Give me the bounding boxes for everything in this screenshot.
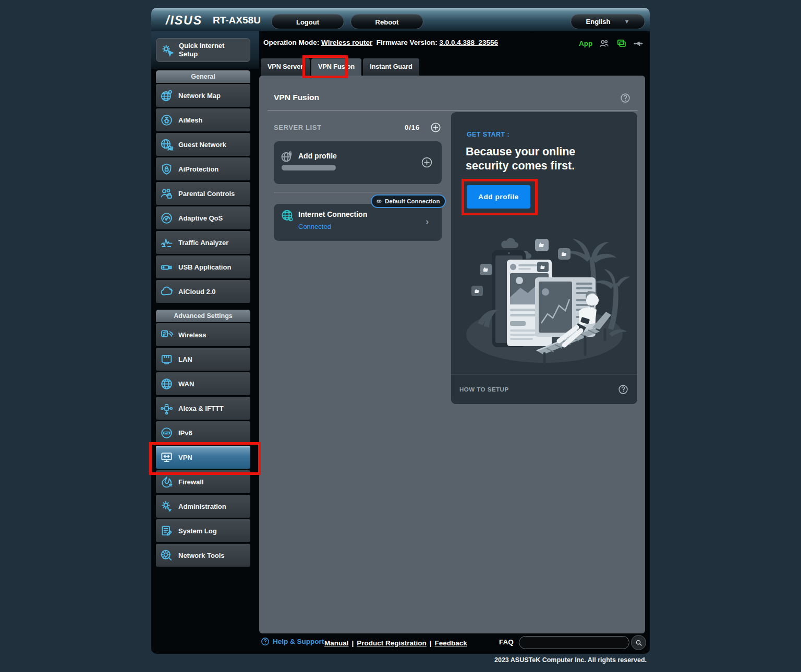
sidebar-item-label: Wireless: [178, 331, 206, 339]
network-tools-icon: [160, 548, 174, 563]
add-profile-plus-icon[interactable]: [420, 156, 433, 169]
profile-placeholder-bar: [282, 165, 336, 170]
sidebar-item-lan[interactable]: LAN: [156, 348, 250, 371]
vpn-tabs: VPN ServerVPN FusionInstant Guard: [261, 58, 419, 76]
page-title: VPN Fusion: [274, 93, 319, 102]
traffic-analyzer-icon: [160, 236, 174, 250]
search-icon: [635, 639, 643, 647]
sidebar-item-label: Adaptive QoS: [178, 214, 223, 222]
model-name: RT-AX58U: [213, 15, 261, 26]
sidebar-item-traffic-analyzer[interactable]: Traffic Analyzer: [156, 231, 250, 254]
add-profile-button[interactable]: Add profile: [467, 185, 530, 209]
sidebar-item-label: Administration: [178, 503, 226, 510]
firmware-version-link[interactable]: 3.0.0.4.388_23556: [440, 39, 499, 46]
sidebar-item-usb-application[interactable]: USB Application: [156, 255, 250, 278]
wan-icon: [160, 377, 174, 391]
get-start-kicker: GET START :: [467, 131, 509, 138]
aiprotection-icon: [160, 162, 174, 176]
footer-link-product-registration[interactable]: Product Registration: [357, 639, 427, 647]
app-link[interactable]: App: [579, 40, 592, 47]
sidebar-section-general: General: [156, 70, 250, 83]
sidebar-item-ipv6[interactable]: IPV6IPv6: [156, 421, 250, 444]
sidebar-item-label: Guest Network: [178, 141, 226, 149]
sidebar-item-label: Network Map: [178, 92, 221, 100]
sidebar-item-administration[interactable]: Administration: [156, 495, 250, 518]
sidebar-item-vpn[interactable]: VPN: [156, 446, 250, 469]
quick-setup-icon: [161, 43, 175, 57]
profile-globe-lock-icon: [280, 150, 294, 164]
svg-text:IPV6: IPV6: [164, 431, 169, 434]
chevron-right-icon[interactable]: ›: [426, 216, 429, 227]
logout-button[interactable]: Logout: [271, 14, 344, 29]
quick-setup-label: Quick Internet Setup: [179, 42, 224, 58]
reboot-button[interactable]: Reboot: [350, 14, 423, 29]
get-start-headline: Because your online security comes first…: [466, 145, 575, 173]
sidebar-item-wireless[interactable]: Wireless: [156, 323, 250, 346]
sidebar-item-adaptive-qos[interactable]: Adaptive QoS: [156, 206, 250, 229]
footer-link-feedback[interactable]: Feedback: [435, 639, 467, 647]
how-to-setup-help-icon[interactable]: [617, 384, 629, 395]
tab-vpn-fusion[interactable]: VPN Fusion: [311, 58, 361, 76]
sidebar-item-label: VPN: [178, 454, 192, 461]
add-profile-card[interactable]: [274, 141, 442, 184]
footer-link-manual[interactable]: Manual: [324, 639, 349, 647]
sidebar-item-wan[interactable]: WAN: [156, 372, 250, 395]
aicloud-icon: [160, 285, 174, 299]
clients-icon[interactable]: [599, 38, 610, 49]
sidebar-item-aiprotection[interactable]: AiProtection: [156, 157, 250, 180]
footer-links: Manual|Product Registration|Feedback: [324, 638, 467, 647]
page-help-icon[interactable]: [620, 92, 631, 104]
faq-search-button[interactable]: [631, 635, 646, 650]
firewall-icon: [160, 475, 174, 489]
tab-vpn-server[interactable]: VPN Server: [261, 58, 310, 76]
faq-search-input[interactable]: [519, 636, 629, 649]
sidebar-item-guest-network[interactable]: Guest Network: [156, 133, 250, 156]
add-server-plus-icon[interactable]: [430, 121, 442, 133]
add-profile-card-label: Add profile: [298, 152, 337, 160]
usb-status-icon[interactable]: [633, 38, 644, 49]
sidebar-item-label: Parental Controls: [178, 190, 235, 198]
sidebar-item-label: Network Tools: [178, 552, 225, 559]
network-map-icon: [160, 89, 174, 103]
how-to-setup-label: HOW TO SETUP: [459, 386, 509, 393]
chevron-down-icon: ▼: [624, 14, 630, 29]
server-list-label: SERVER LIST: [274, 124, 322, 131]
usb-application-icon: [160, 260, 174, 274]
parental-controls-icon: [160, 187, 174, 201]
operation-mode-label: Operation Mode:: [263, 39, 319, 46]
faq-label: FAQ: [499, 638, 514, 646]
quick-internet-setup-button[interactable]: Quick Internet Setup: [156, 38, 250, 62]
sidebar-item-alexa-ifttt[interactable]: Alexa & IFTTT: [156, 397, 250, 420]
sidebar-item-aimesh[interactable]: AiMesh: [156, 108, 250, 131]
operation-mode-link[interactable]: Wireless router: [321, 39, 372, 46]
sidebar-item-label: System Log: [178, 527, 217, 535]
tab-instant-guard[interactable]: Instant Guard: [363, 58, 419, 76]
sidebar-item-network-map[interactable]: Network Map: [156, 84, 250, 107]
sidebar-item-label: LAN: [178, 356, 192, 363]
sidebar-item-network-tools[interactable]: Network Tools: [156, 544, 250, 567]
sidebar-item-label: IPv6: [178, 429, 192, 437]
sidebar-item-label: AiCloud 2.0: [178, 288, 216, 296]
headline-line1: Because your online: [466, 145, 575, 159]
help-support-label: Help & Support: [273, 638, 324, 645]
sidebar-item-label: Alexa & IFTTT: [178, 405, 224, 412]
sidebar-item-label: WAN: [178, 380, 194, 388]
sidebar-item-system-log[interactable]: System Log: [156, 519, 250, 542]
copyright-text: 2023 ASUSTeK Computer Inc. All rights re…: [365, 656, 647, 664]
sidebar-item-label: Firewall: [178, 478, 203, 486]
list-divider: [274, 192, 442, 192]
help-support-link[interactable]: Help & Support: [261, 637, 324, 646]
router-admin-page: /ISUS RT-AX58U Logout Reboot English ▼ O…: [0, 0, 801, 672]
default-connection-badge: Default Connection: [371, 194, 446, 208]
administration-icon: [160, 499, 174, 514]
sidebar-item-firewall[interactable]: Firewall: [156, 470, 250, 493]
sidebar-item-aicloud-2-0[interactable]: AiCloud 2.0: [156, 280, 250, 303]
link-separator: |: [352, 639, 354, 647]
firmware-label: Firmware Version:: [377, 39, 438, 46]
sidebar-item-parental-controls[interactable]: Parental Controls: [156, 182, 250, 205]
guest-network-icon: [160, 138, 174, 152]
headline-line2: security comes first.: [466, 159, 575, 173]
adaptive-qos-icon: [160, 211, 174, 225]
language-dropdown[interactable]: English ▼: [571, 14, 645, 29]
network-devices-icon[interactable]: [616, 38, 627, 49]
